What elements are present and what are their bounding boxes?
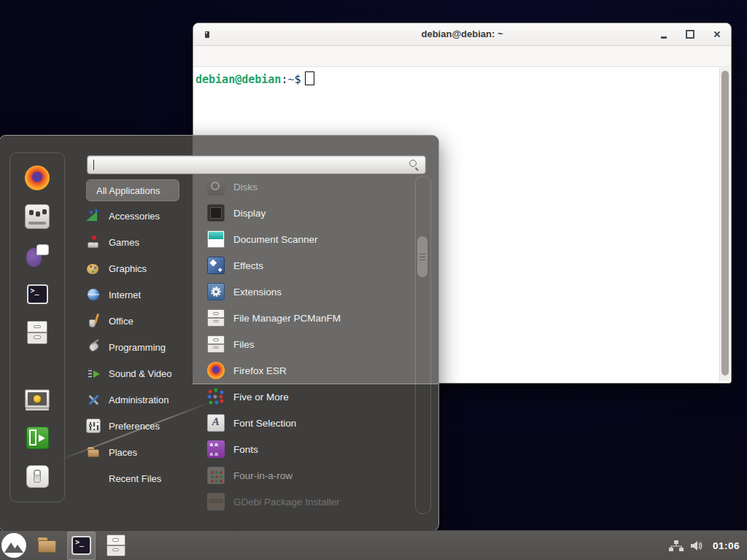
category-item[interactable]: Games bbox=[86, 229, 203, 255]
application-item[interactable]: Firefox ESR bbox=[207, 357, 411, 384]
category-item[interactable]: Places bbox=[86, 439, 203, 465]
terminal-titlebar[interactable]: debian@debian: ~ bbox=[193, 23, 731, 46]
application-label: GDebi Package Installer bbox=[233, 497, 340, 508]
maximize-button[interactable] bbox=[686, 30, 694, 39]
category-item[interactable]: All Applications bbox=[86, 179, 179, 201]
extensions-icon bbox=[207, 283, 225, 300]
taskbar-launcher[interactable] bbox=[102, 532, 129, 559]
clock[interactable]: 01:06 bbox=[713, 540, 740, 551]
category-item[interactable]: Programming bbox=[86, 334, 203, 360]
favorite-item[interactable] bbox=[24, 424, 50, 451]
category-item[interactable]: Accessories bbox=[86, 203, 203, 229]
category-item[interactable]: Administration bbox=[86, 386, 203, 413]
favorite-item[interactable] bbox=[24, 242, 50, 268]
menu-scrollbar-thumb[interactable] bbox=[417, 236, 427, 277]
application-item[interactable]: GDebi Package Installer bbox=[207, 489, 411, 515]
application-item[interactable]: Files bbox=[207, 331, 411, 357]
application-item[interactable]: Document Scanner bbox=[207, 226, 411, 252]
category-label: Places bbox=[109, 447, 137, 458]
shell-prompt: debian@debian:~$ bbox=[196, 73, 301, 86]
application-item[interactable]: Four-in-a-row bbox=[207, 462, 411, 489]
application-item[interactable]: Five or More bbox=[207, 384, 411, 410]
application-label: Fonts bbox=[233, 444, 258, 455]
favorite-item[interactable] bbox=[24, 463, 50, 489]
category-label: Recent Files bbox=[109, 473, 161, 484]
font-selection-icon bbox=[207, 414, 225, 432]
application-label: File Manager PCManFM bbox=[233, 313, 341, 324]
volume-icon[interactable] bbox=[691, 540, 704, 551]
application-label: Four-in-a-row bbox=[233, 470, 293, 481]
category-item[interactable]: Graphics bbox=[86, 255, 203, 281]
programming-icon bbox=[86, 340, 101, 354]
category-label: Internet bbox=[109, 289, 141, 300]
category-label: Games bbox=[109, 237, 139, 248]
application-label: Disks bbox=[233, 182, 258, 192]
category-item[interactable]: Office bbox=[86, 308, 203, 334]
window-menu-icon[interactable] bbox=[205, 31, 209, 38]
application-item[interactable]: File Manager PCManFM bbox=[207, 305, 411, 331]
preferences-icon bbox=[86, 419, 101, 433]
application-label: Effects bbox=[233, 260, 263, 271]
category-label: Administration bbox=[109, 394, 169, 405]
terminal-scrollbar-thumb[interactable] bbox=[721, 71, 729, 376]
favorite-item[interactable] bbox=[24, 165, 50, 191]
lock-screen-icon bbox=[25, 389, 50, 408]
minimize-button[interactable] bbox=[661, 36, 667, 39]
graphics-icon bbox=[86, 261, 101, 276]
application-label: Five or More bbox=[233, 392, 289, 402]
application-item[interactable]: Disks bbox=[207, 174, 411, 200]
category-item[interactable]: Recent Files bbox=[86, 465, 203, 491]
taskbar: 01:06 bbox=[0, 530, 747, 560]
application-item[interactable]: Extensions bbox=[207, 279, 411, 305]
favorites-column bbox=[9, 152, 65, 502]
folder-icon bbox=[36, 534, 58, 556]
favorite-item[interactable] bbox=[24, 319, 50, 346]
category-label: All Applications bbox=[96, 185, 160, 196]
effects-icon bbox=[207, 257, 225, 274]
file-cabinet-icon bbox=[27, 321, 47, 344]
application-item[interactable]: Fonts bbox=[207, 436, 411, 462]
taskbar-launcher[interactable] bbox=[0, 532, 27, 559]
terminal-scrollbar[interactable] bbox=[719, 68, 730, 381]
favorite-item[interactable] bbox=[24, 386, 50, 412]
terminal-icon bbox=[71, 536, 91, 555]
application-item[interactable]: Display bbox=[207, 200, 411, 226]
application-item[interactable]: Font Selection bbox=[207, 410, 411, 436]
application-label: Files bbox=[233, 339, 255, 350]
favorite-item[interactable] bbox=[24, 281, 50, 307]
places-icon bbox=[86, 445, 101, 459]
category-item[interactable]: Sound & Video bbox=[86, 360, 203, 386]
window-title: debian@debian: ~ bbox=[193, 23, 731, 45]
internet-icon bbox=[86, 287, 101, 302]
control-center-icon bbox=[25, 204, 50, 229]
close-button[interactable] bbox=[713, 31, 721, 38]
disks-icon bbox=[207, 178, 225, 195]
category-item[interactable]: Internet bbox=[86, 281, 203, 308]
favorite-item[interactable] bbox=[24, 203, 50, 230]
pidgin-icon bbox=[25, 243, 50, 268]
file-cabinet-icon bbox=[107, 534, 125, 556]
menu-search-box[interactable] bbox=[87, 155, 426, 174]
network-icon[interactable] bbox=[669, 540, 684, 551]
search-input[interactable] bbox=[88, 156, 425, 174]
shutdown-icon bbox=[26, 465, 49, 488]
taskbar-launcher[interactable] bbox=[67, 532, 96, 560]
search-icon bbox=[409, 160, 419, 169]
firefox-icon bbox=[207, 362, 225, 379]
category-item[interactable]: Preferences bbox=[86, 413, 203, 439]
application-label: Firefox ESR bbox=[233, 365, 287, 376]
taskbar-launcher[interactable] bbox=[34, 532, 61, 559]
document-scanner-icon bbox=[207, 230, 225, 248]
category-label: Office bbox=[109, 316, 133, 327]
category-label: Accessories bbox=[109, 211, 160, 222]
system-tray: 01:06 bbox=[669, 540, 747, 551]
menu-scrollbar[interactable] bbox=[415, 176, 431, 514]
terminal-icon bbox=[27, 284, 48, 304]
application-item[interactable]: Effects bbox=[207, 252, 411, 279]
firefox-icon bbox=[25, 166, 50, 190]
application-label: Font Selection bbox=[233, 418, 296, 429]
games-icon bbox=[86, 235, 101, 249]
terminal-cursor bbox=[305, 71, 314, 85]
category-list: All Applications Accessories Games Graph… bbox=[86, 179, 203, 491]
text-caret bbox=[93, 160, 94, 170]
